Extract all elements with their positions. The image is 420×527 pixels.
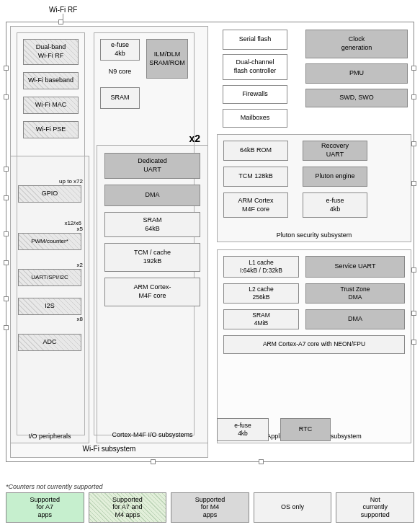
legend-supported-m4: Supported for M4 apps (171, 492, 249, 523)
legend-not-supported: Not currently supported (336, 492, 414, 523)
mailboxes-box: Mailboxes (223, 109, 287, 128)
connector-sq (411, 66, 416, 71)
wifi-pse-box: Wi-Fi PSE (23, 121, 79, 138)
uart-box: UART/SPI/I2C (18, 269, 81, 286)
firewalls-box: Firewalls (223, 85, 287, 104)
uart-area: x2 UART/SPI/I2C (17, 262, 83, 286)
connector-sq (411, 267, 416, 273)
l2-cache-box: L2 cache 256kB (223, 283, 299, 304)
legend-supported-a7: Supported for A7 apps (6, 492, 84, 523)
service-uart-box: Service UART (305, 256, 405, 278)
pluton-cortex-box: ARM Cortex M4F core (223, 192, 288, 218)
x2-label: x2 (189, 133, 200, 144)
outer-border: Wi-Fi subsystem Dual-band Wi-Fi RF Wi-Fi… (6, 22, 414, 462)
wifi-subsystem-label: Wi-Fi subsystem (11, 445, 207, 453)
serial-flash-box: Serial flash (223, 30, 287, 50)
dual-band-wifi-box: Dual-band Wi-Fi RF (23, 39, 79, 65)
legend-supported-a7-m4: Supported for A7 and M4 apps (89, 492, 167, 523)
cortex-tcm-box: TCM / cache 192kB (104, 243, 200, 272)
cortex-sram-box: SRAM 64kB (104, 212, 200, 237)
pluton-rom-box: 64kB ROM (223, 141, 288, 161)
n9-efuse-box: e-fuse 4kb (100, 39, 140, 61)
pwm-box: PWM/counter* (18, 233, 81, 250)
connector-sq (411, 340, 416, 345)
legend-items: Supported for A7 apps Supported for A7 a… (6, 492, 414, 523)
pmu-box: PMU (305, 63, 408, 84)
app-sram-box: SRAM 4MiB (223, 309, 299, 329)
pluton-tcm-box: TCM 128kB (223, 167, 288, 187)
connector-sq (4, 195, 9, 200)
app-efuse-box: e-fuse 4kb (217, 418, 269, 441)
connector-sq (4, 296, 9, 301)
dedicated-uart-box: Dedicated UART (104, 153, 200, 179)
io-peripherals-label: I/O peripherals (11, 433, 89, 440)
flash-ctrl-box: Dual-channel flash controller (223, 54, 287, 80)
x8-label: x8 (17, 316, 83, 322)
io-peripherals-section: up to x72 GPIO x12/x6 x5 PWM/counter* x2… (10, 156, 89, 443)
cortex-dma-box: DMA (104, 185, 200, 206)
connector-sq (4, 94, 9, 99)
cortex-m4f-section: x2 Dedicated UART DMA SRAM 64kB TCM / ca… (97, 145, 208, 443)
clock-gen-box: Clock generation (305, 30, 408, 58)
adc-area: ADC (17, 334, 83, 351)
pluton-label: Pluton security subsystem (218, 231, 411, 239)
legend-note: *Counters not currently supported (6, 483, 414, 490)
wifi-mac-box: Wi-Fi MAC (23, 97, 79, 114)
connector-sq (411, 181, 416, 186)
legend-os-only: OS only (254, 492, 332, 523)
diagram-container: Wi-Fi RF Wi-Fi subsystem Dual-band Wi-Fi… (0, 0, 420, 527)
connector-sq (259, 459, 264, 464)
connector-sq (58, 19, 63, 25)
connector-sq (4, 231, 9, 236)
app-processor-section: L1 cache I:64kB / D:32kB Service UART L2… (217, 249, 411, 443)
gpio-area: up to x72 GPIO (17, 178, 83, 203)
connector-sq (151, 459, 156, 464)
ilmdlm-box: ILM/DLM SRAM/ROM (146, 39, 188, 79)
legend: *Counters not currently supported Suppor… (6, 483, 414, 523)
trustzone-box: Trust Zone DMA (305, 283, 405, 304)
n9-sram-box: SRAM (100, 87, 140, 109)
uart-x2-label: x2 (17, 262, 83, 268)
x5-label: x5 (17, 226, 83, 232)
n9-core-label: N9 core (100, 68, 140, 75)
adc-box: ADC (18, 334, 81, 351)
wifi-baseband-box: Wi-Fi baseband (23, 72, 79, 89)
i2s-box: I2S (18, 298, 81, 315)
cortex-m4f-core-box: ARM Cortex- M4F core (104, 278, 200, 306)
cortex-m4f-label: Cortex-M4F I/O subsystems (97, 431, 207, 440)
gpio-box: GPIO (18, 185, 81, 203)
up-to-x72-label: up to x72 (17, 178, 83, 185)
swd-swo-box: SWD, SWO (305, 89, 408, 107)
connector-sq (411, 94, 416, 99)
connector-sq (411, 311, 416, 316)
app-dma-box: DMA (305, 309, 405, 329)
connector-sq (4, 325, 9, 330)
connector-sq (4, 260, 9, 265)
connector-sq (411, 141, 416, 146)
i2s-area: I2S x8 (17, 298, 83, 322)
connector-sq (4, 66, 9, 71)
connector-sq (4, 167, 9, 172)
l1-cache-box: L1 cache I:64kB / D:32kB (223, 256, 299, 278)
pluton-section: 64kB ROM Recovery UART TCM 128kB Pluton … (217, 134, 411, 242)
pwm-area: x5 PWM/counter* (17, 226, 83, 250)
pluton-engine-box: Pluton engine (303, 167, 367, 187)
recovery-uart-box: Recovery UART (303, 141, 367, 161)
cortex-a7-box: ARM Cortex-A7 core with NEON/FPU (223, 335, 405, 354)
rtc-box: RTC (280, 418, 331, 441)
pluton-efuse-box: e-fuse 4kb (303, 192, 367, 218)
